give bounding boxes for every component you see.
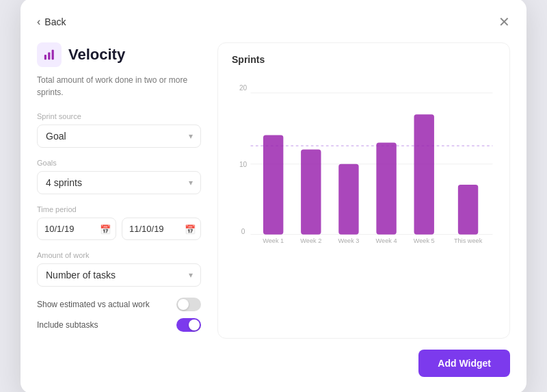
svg-text:20: 20 bbox=[239, 84, 248, 92]
include-subtasks-label: Include subtasks bbox=[37, 320, 98, 330]
back-label: Back bbox=[44, 16, 66, 27]
right-panel: Sprints 20 10 0 bbox=[217, 42, 510, 339]
chart-svg: 20 10 0 Week 1 bbox=[232, 73, 496, 251]
svg-text:Week 4: Week 4 bbox=[376, 237, 397, 244]
bar-chart-icon bbox=[43, 49, 55, 61]
toggle-knob-2 bbox=[189, 319, 200, 330]
back-button[interactable]: ‹ Back bbox=[37, 16, 66, 28]
sprint-source-label: Sprint source bbox=[37, 112, 201, 120]
amount-select[interactable]: Number of tasks bbox=[37, 263, 201, 287]
close-button[interactable]: ✕ bbox=[498, 15, 510, 29]
svg-text:10: 10 bbox=[239, 161, 248, 168]
svg-rect-12 bbox=[301, 150, 321, 235]
goals-label: Goals bbox=[37, 159, 201, 167]
date-row: 📅 📅 bbox=[37, 218, 201, 240]
svg-rect-16 bbox=[376, 143, 396, 235]
close-icon: ✕ bbox=[498, 14, 510, 29]
amount-of-work-group: Amount of work Number of tasks ▾ bbox=[37, 251, 201, 287]
svg-rect-2 bbox=[52, 50, 54, 60]
date-from-wrapper: 📅 bbox=[37, 218, 116, 240]
svg-rect-0 bbox=[44, 55, 46, 60]
svg-text:This week: This week bbox=[454, 237, 483, 244]
modal-header: ‹ Back ✕ bbox=[37, 15, 510, 29]
svg-rect-18 bbox=[414, 114, 434, 235]
widget-title-row: Velocity bbox=[37, 42, 201, 67]
include-subtasks-row: Include subtasks bbox=[37, 318, 201, 332]
time-period-label: Time period bbox=[37, 205, 201, 213]
widget-title: Velocity bbox=[68, 46, 125, 64]
toggle-knob bbox=[178, 299, 189, 310]
date-from-input[interactable] bbox=[37, 218, 116, 240]
date-to-wrapper: 📅 bbox=[122, 218, 201, 240]
svg-text:Week 2: Week 2 bbox=[300, 237, 321, 244]
svg-rect-14 bbox=[338, 164, 358, 235]
modal-footer: Add Widget bbox=[37, 350, 510, 377]
add-widget-button[interactable]: Add Widget bbox=[418, 350, 510, 377]
widget-description: Total amount of work done in two or more… bbox=[37, 74, 201, 99]
sprint-source-select-wrapper: Goal ▾ bbox=[37, 125, 201, 148]
svg-rect-10 bbox=[263, 135, 283, 234]
sprint-source-select[interactable]: Goal bbox=[37, 125, 201, 148]
svg-text:Week 3: Week 3 bbox=[338, 237, 359, 244]
left-panel: Velocity Total amount of work done in tw… bbox=[37, 42, 201, 339]
svg-text:Week 5: Week 5 bbox=[414, 237, 435, 244]
widget-icon-container bbox=[37, 42, 62, 67]
back-arrow-icon: ‹ bbox=[37, 16, 40, 28]
show-estimated-label: Show estimated vs actual work bbox=[37, 300, 150, 309]
chart-title: Sprints bbox=[232, 54, 496, 65]
modal: ‹ Back ✕ Velocity Total amount of work d… bbox=[21, 0, 526, 392]
svg-text:Week 1: Week 1 bbox=[263, 237, 284, 244]
show-estimated-toggle[interactable] bbox=[176, 298, 201, 311]
sprint-source-group: Sprint source Goal ▾ bbox=[37, 112, 201, 148]
goals-select[interactable]: 4 sprints bbox=[37, 171, 201, 194]
date-to-input[interactable] bbox=[122, 218, 201, 240]
show-estimated-row: Show estimated vs actual work bbox=[37, 298, 201, 311]
amount-of-work-label: Amount of work bbox=[37, 251, 201, 259]
include-subtasks-toggle[interactable] bbox=[176, 318, 201, 332]
svg-rect-1 bbox=[48, 52, 50, 60]
svg-rect-20 bbox=[458, 185, 478, 235]
amount-select-wrapper: Number of tasks ▾ bbox=[37, 263, 201, 287]
chart-area: 20 10 0 Week 1 bbox=[232, 73, 496, 327]
time-period-group: Time period 📅 📅 bbox=[37, 205, 201, 240]
goals-select-wrapper: 4 sprints ▾ bbox=[37, 171, 201, 194]
modal-body: Velocity Total amount of work done in tw… bbox=[37, 42, 510, 339]
goals-group: Goals 4 sprints ▾ bbox=[37, 159, 201, 194]
svg-text:0: 0 bbox=[241, 228, 245, 235]
